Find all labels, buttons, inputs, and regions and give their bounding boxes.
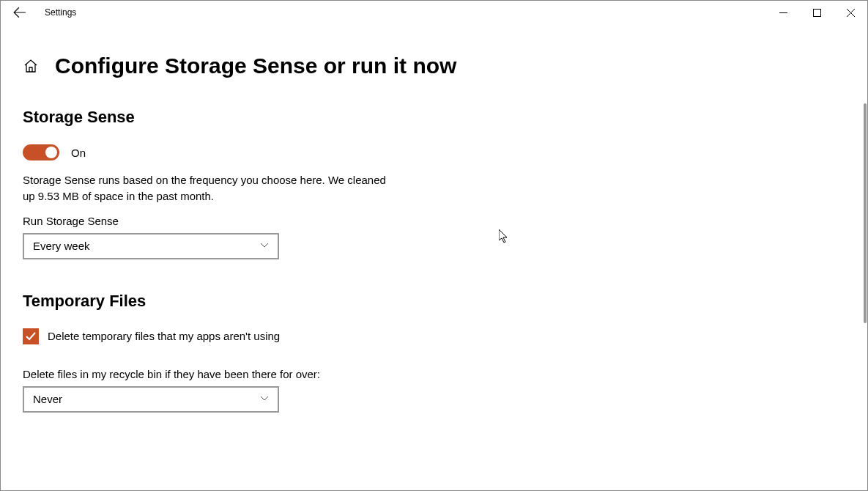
storage-sense-toggle-row: On bbox=[23, 144, 845, 160]
home-icon[interactable] bbox=[23, 58, 39, 74]
back-button[interactable] bbox=[12, 5, 27, 20]
storage-sense-toggle-label: On bbox=[71, 147, 86, 159]
maximize-icon bbox=[813, 9, 821, 17]
scrollbar[interactable] bbox=[864, 103, 867, 323]
storage-sense-description: Storage Sense runs based on the frequenc… bbox=[23, 172, 396, 204]
chevron-down-icon bbox=[260, 240, 269, 251]
storage-sense-toggle[interactable] bbox=[23, 144, 59, 160]
storage-sense-heading: Storage Sense bbox=[23, 108, 845, 127]
temporary-files-section: Temporary Files Delete temporary files t… bbox=[23, 292, 845, 413]
run-storage-sense-label: Run Storage Sense bbox=[23, 215, 845, 227]
maximize-button[interactable] bbox=[800, 1, 834, 24]
delete-temp-row: Delete temporary files that my apps aren… bbox=[23, 328, 845, 344]
titlebar: Settings bbox=[1, 1, 867, 24]
page-title: Configure Storage Sense or run it now bbox=[55, 53, 456, 78]
minimize-button[interactable] bbox=[766, 1, 800, 24]
run-storage-sense-value: Every week bbox=[33, 240, 90, 252]
delete-temp-label: Delete temporary files that my apps aren… bbox=[48, 330, 280, 342]
run-storage-sense-select[interactable]: Every week bbox=[23, 233, 279, 259]
svg-rect-0 bbox=[813, 9, 820, 16]
chevron-down-icon bbox=[260, 394, 269, 405]
recycle-bin-select[interactable]: Never bbox=[23, 386, 279, 413]
window-controls bbox=[766, 1, 867, 24]
back-arrow-icon bbox=[13, 6, 26, 19]
toggle-knob bbox=[45, 147, 57, 158]
recycle-bin-label: Delete files in my recycle bin if they h… bbox=[23, 368, 845, 380]
minimize-icon bbox=[779, 9, 787, 17]
page-header: Configure Storage Sense or run it now bbox=[23, 53, 845, 78]
close-icon bbox=[847, 9, 855, 17]
check-icon bbox=[25, 331, 37, 342]
close-button[interactable] bbox=[834, 1, 867, 24]
delete-temp-checkbox[interactable] bbox=[23, 328, 39, 344]
temporary-files-heading: Temporary Files bbox=[23, 292, 845, 311]
titlebar-left: Settings bbox=[1, 5, 76, 20]
content-area: Configure Storage Sense or run it now St… bbox=[1, 24, 867, 490]
window-title: Settings bbox=[45, 7, 76, 18]
recycle-bin-value: Never bbox=[33, 393, 62, 405]
